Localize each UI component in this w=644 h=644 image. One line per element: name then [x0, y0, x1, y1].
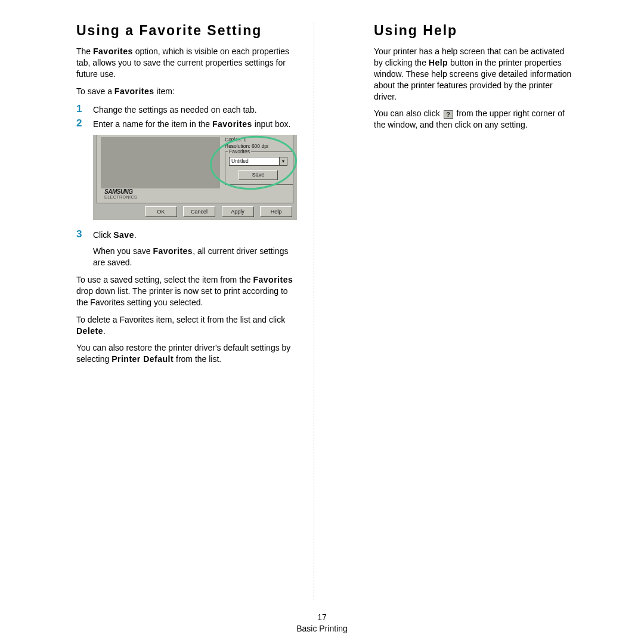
printer-default-term: Printer Default	[112, 354, 174, 364]
dialog-button-row: OK Cancel Apply Help	[93, 205, 297, 218]
delete-paragraph: To delete a Favorites item, select it fr…	[76, 314, 297, 337]
text: To save a	[76, 86, 114, 96]
page-footer: 17 Basic Printing	[0, 612, 644, 633]
to-save-line: To save a Favorites item:	[76, 86, 297, 97]
step-1: 1 Change the settings as needed on each …	[76, 103, 297, 116]
text: The	[76, 47, 93, 56]
help-paragraph-2: You can also click ? from the upper righ…	[374, 108, 572, 131]
favorites-legend: Favorites	[228, 148, 251, 154]
steps-list-continued: 3 Click Save.	[76, 228, 297, 241]
steps-list: 1 Change the settings as needed on each …	[76, 103, 297, 131]
page-number: 17	[0, 612, 644, 622]
text: To use a saved setting, select the item …	[76, 275, 253, 284]
step-number: 1	[76, 103, 93, 116]
step-number: 3	[76, 228, 93, 241]
help-paragraph-1: Your printer has a help screen that can …	[374, 46, 572, 102]
text: from the list.	[174, 354, 221, 364]
text: To delete a Favorites item, select it fr…	[76, 315, 285, 324]
delete-term: Delete	[76, 326, 103, 336]
text: Click	[93, 230, 113, 240]
dialog-body: SAMSUNG ELECTRONICS Copies: 1 Resolution…	[97, 135, 293, 203]
cancel-button[interactable]: Cancel	[183, 206, 215, 217]
section-title-favorites: Using a Favorite Setting	[76, 23, 297, 39]
left-column: Using a Favorite Setting The Favorites o…	[76, 23, 311, 600]
step-number: 2	[76, 117, 93, 130]
document-page: Using a Favorite Setting The Favorites o…	[0, 0, 644, 644]
text: Enter a name for the item in the	[93, 119, 212, 129]
help-button[interactable]: Help	[260, 206, 292, 217]
step-text: Enter a name for the item in the Favorit…	[93, 117, 290, 130]
chevron-down-icon[interactable]: ▼	[279, 157, 287, 165]
text: .	[134, 230, 137, 240]
copies-readout: Copies: 1	[225, 137, 268, 143]
favorites-term: Favorites	[212, 119, 252, 129]
right-column: Using Help Your printer has a help scree…	[317, 23, 572, 600]
brand-logo: SAMSUNG ELECTRONICS	[104, 188, 137, 199]
favorites-term: Favorites	[253, 275, 293, 284]
favorites-save-button[interactable]: Save	[239, 170, 278, 180]
printer-properties-dialog: SAMSUNG ELECTRONICS Copies: 1 Resolution…	[93, 135, 297, 220]
dialog-info: Copies: 1 Resolution: 600 dpi	[225, 137, 268, 150]
footer-section-name: Basic Printing	[0, 624, 644, 633]
step-text: Click Save.	[93, 228, 137, 241]
text: item:	[154, 86, 175, 96]
favorites-term: Favorites	[153, 246, 193, 256]
favorites-term: Favorites	[114, 86, 154, 96]
ok-button[interactable]: OK	[145, 206, 177, 217]
step-3: 3 Click Save.	[76, 228, 297, 241]
apply-button[interactable]: Apply	[222, 206, 254, 217]
step-2: 2 Enter a name for the item in the Favor…	[76, 117, 297, 130]
section-title-help: Using Help	[374, 23, 572, 39]
favorites-term: Favorites	[93, 47, 133, 56]
restore-paragraph: You can also restore the printer driver'…	[76, 342, 297, 365]
favorites-combo-value: Untitled	[231, 158, 249, 164]
page-preview-area	[101, 137, 220, 188]
column-divider	[314, 23, 314, 600]
question-mark-icon[interactable]: ?	[444, 110, 453, 119]
help-term: Help	[429, 58, 448, 67]
intro-paragraph: The Favorites option, which is visible o…	[76, 46, 297, 80]
step-text: Change the settings as needed on each ta…	[93, 103, 257, 116]
text: .	[103, 326, 106, 336]
text: You can also click	[374, 109, 442, 118]
use-paragraph: To use a saved setting, select the item …	[76, 274, 297, 308]
favorites-combo[interactable]: Untitled ▼	[229, 157, 287, 166]
save-term: Save	[113, 230, 134, 240]
dialog-screenshot: SAMSUNG ELECTRONICS Copies: 1 Resolution…	[93, 135, 297, 220]
text: drop down list. The printer is now set t…	[76, 286, 288, 307]
text: When you save	[93, 246, 153, 256]
brand-sub: ELECTRONICS	[104, 195, 137, 199]
step-3-body: When you save Favorites, all current dri…	[93, 246, 297, 268]
text: input box.	[252, 119, 291, 129]
brand-name: SAMSUNG	[104, 188, 137, 195]
favorites-groupbox: Favorites Untitled ▼ Save	[225, 151, 293, 185]
